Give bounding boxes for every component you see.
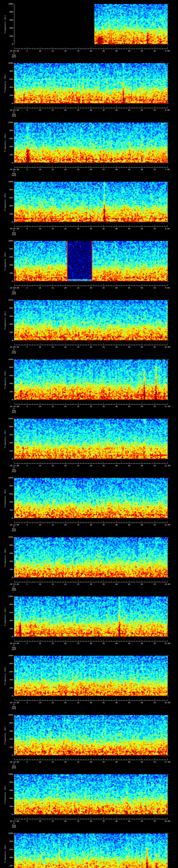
x-tick-label-15: 15 <box>49 524 57 526</box>
x-tick-label-10: 10 <box>36 524 44 526</box>
x-tick-label-45: 45 <box>125 168 133 170</box>
y-tick-label-1000: 1000 <box>5 3 13 5</box>
x-end-time-label: 12:00 <box>162 465 173 467</box>
y-tick-label-600: 600 <box>5 78 13 81</box>
y-axis-title: Frequency (Hz) <box>4 489 6 507</box>
x-tick-label-5: 5 <box>23 406 31 408</box>
x-tick-label-55: 55 <box>151 50 158 52</box>
y-tick-label-800: 800 <box>5 722 13 724</box>
y-tick-label-1000: 1000 <box>5 595 13 597</box>
x-tick-label-35: 35 <box>100 524 108 526</box>
x-tick-label-25: 25 <box>75 168 82 170</box>
y-tick-label-1000: 1000 <box>5 477 13 479</box>
x-tick-label-55: 55 <box>151 643 158 645</box>
x-tick-label-45: 45 <box>125 583 133 585</box>
y-axis-title: Frequency (Hz) <box>4 15 6 33</box>
x-tick-label-10: 10 <box>36 109 44 111</box>
x-tick-label-50: 50 <box>138 228 146 230</box>
y-tick-label-0: 0 <box>5 695 13 697</box>
x-tick-label-20: 20 <box>62 583 69 585</box>
spectrogram-panel-20:14:00: Frequency (Hz)1000800600400200020:14:005… <box>0 592 178 652</box>
x-end-time-label: 16:00 <box>162 702 173 704</box>
y-axis-title: Frequency (Hz) <box>4 844 6 863</box>
x-tick-label-40: 40 <box>113 406 120 408</box>
x-tick-label-50: 50 <box>138 702 146 704</box>
y-tick-label-400: 400 <box>5 797 13 799</box>
y-axis-title: Frequency (Hz) <box>4 608 6 626</box>
y-tick-label-1000: 1000 <box>5 299 13 301</box>
x-tick-label-45: 45 <box>125 643 133 645</box>
date-year: 2015 <box>7 589 21 591</box>
y-tick-label-800: 800 <box>5 603 13 606</box>
y-tick-label-1000: 1000 <box>5 773 13 775</box>
y-tick-label-600: 600 <box>5 789 13 792</box>
x-tick-label-55: 55 <box>151 168 158 170</box>
spectrogram-panel-20:10:00: Frequency (Hz)1000800600400200020:10:005… <box>0 355 178 415</box>
x-tick-label-30: 30 <box>87 524 95 526</box>
y-tick-label-1000: 1000 <box>5 536 13 538</box>
x-start-time-label: 20:16:00 <box>7 761 22 763</box>
x-end-time-label: 14:00 <box>162 583 173 585</box>
x-tick-label-20: 20 <box>62 287 69 289</box>
x-tick-label-30: 30 <box>87 109 95 111</box>
x-tick-label-20: 20 <box>62 346 69 348</box>
x-tick-label-30: 30 <box>87 168 95 170</box>
x-tick-label-5: 5 <box>23 50 31 52</box>
y-tick-label-200: 200 <box>5 35 13 37</box>
x-tick-label-5: 5 <box>23 465 31 467</box>
x-tick-label-20: 20 <box>62 228 69 230</box>
y-tick-label-800: 800 <box>5 544 13 546</box>
x-tick-label-20: 20 <box>62 168 69 170</box>
x-tick-label-45: 45 <box>125 406 133 408</box>
x-tick-label-10: 10 <box>36 761 44 763</box>
x-tick-label-35: 35 <box>100 583 108 585</box>
x-end-time-label: 5:00 <box>162 50 173 52</box>
x-tick-label-25: 25 <box>75 287 82 289</box>
x-tick-label-50: 50 <box>138 346 146 348</box>
date-year: 2015 <box>7 234 21 236</box>
y-tick-label-600: 600 <box>5 375 13 377</box>
y-tick-label-1000: 1000 <box>5 240 13 242</box>
x-tick-label-15: 15 <box>49 346 57 348</box>
y-axis-title: Frequency (Hz) <box>4 133 6 152</box>
x-tick-label-30: 30 <box>87 820 95 823</box>
x-tick-label-40: 40 <box>113 228 120 230</box>
x-tick-label-40: 40 <box>113 465 120 467</box>
x-tick-label-50: 50 <box>138 50 146 52</box>
x-tick-label-20: 20 <box>62 820 69 823</box>
spectrogram-stack: Frequency (Hz)1000800600400200020:04:005… <box>0 0 178 868</box>
y-tick-label-400: 400 <box>5 738 13 740</box>
x-tick-label-45: 45 <box>125 702 133 704</box>
y-tick-label-800: 800 <box>5 70 13 72</box>
x-tick-label-35: 35 <box>100 287 108 289</box>
date-year: 2015 <box>7 471 21 473</box>
x-tick-label-40: 40 <box>113 761 120 763</box>
x-tick-label-55: 55 <box>151 702 158 704</box>
y-tick-label-0: 0 <box>5 399 13 401</box>
x-tick-label-5: 5 <box>23 820 31 823</box>
y-tick-label-1000: 1000 <box>5 832 13 835</box>
x-tick-label-45: 45 <box>125 228 133 230</box>
spectrogram-panel-20:17:00: Frequency (Hz)1000800600400200020:17:005… <box>0 770 178 830</box>
x-tick-label-50: 50 <box>138 168 146 170</box>
y-tick-label-800: 800 <box>5 840 13 842</box>
x-start-time-label: 20:11:00 <box>7 465 22 467</box>
date-year: 2015 <box>7 352 21 354</box>
y-axis-title: Frequency (Hz) <box>4 370 6 389</box>
x-tick-label-5: 5 <box>23 228 31 230</box>
x-tick-label-10: 10 <box>36 465 44 467</box>
y-tick-label-600: 600 <box>5 315 13 317</box>
x-tick-label-35: 35 <box>100 465 108 467</box>
y-tick-label-600: 600 <box>5 671 13 673</box>
y-tick-label-200: 200 <box>5 509 13 511</box>
x-tick-label-35: 35 <box>100 702 108 704</box>
x-tick-label-20: 20 <box>62 465 69 467</box>
y-tick-label-0: 0 <box>5 102 13 104</box>
x-tick-label-15: 15 <box>49 287 57 289</box>
x-tick-label-45: 45 <box>125 524 133 526</box>
x-tick-label-15: 15 <box>49 406 57 408</box>
x-tick-label-10: 10 <box>36 168 44 170</box>
y-tick-label-0: 0 <box>5 813 13 815</box>
spectrogram-panel-20:05:00: Frequency (Hz)1000800600400200020:05:005… <box>0 59 178 118</box>
y-axis-title: Frequency (Hz) <box>4 74 6 93</box>
